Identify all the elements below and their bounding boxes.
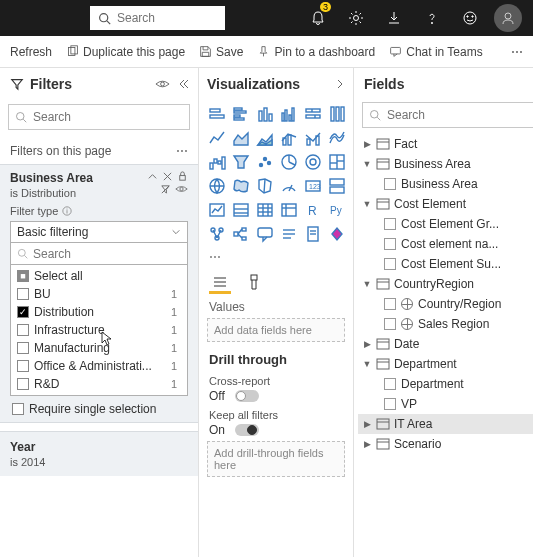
viz-key-influencers[interactable] [207,224,227,244]
viz-donut[interactable] [303,152,323,172]
viz-pie[interactable] [279,152,299,172]
viz-stacked-area[interactable] [255,128,275,148]
field-sales-region[interactable]: Sales Region [358,314,533,334]
filter-values-search[interactable]: Search [10,243,188,265]
feedback-button[interactable] [453,0,487,36]
cross-report-toggle[interactable] [235,390,259,402]
fields-search[interactable] [362,102,533,128]
page-filters-more[interactable]: ⋯ [176,144,188,158]
viz-line-col2[interactable] [303,128,323,148]
filters-search-input[interactable] [33,110,183,124]
table-business-area[interactable]: ▼Business Area [358,154,533,174]
lock-filter-icon[interactable] [177,171,188,182]
field-country-region[interactable]: Country/Region [358,294,533,314]
viz-map[interactable] [207,176,227,196]
viz-multirow-card[interactable] [327,176,347,196]
viz-treemap[interactable] [327,152,347,172]
global-search[interactable] [90,6,225,30]
viz-100stacked-bar[interactable] [303,104,323,124]
filter-card-year[interactable]: Year is 2014 [0,431,198,476]
save-button[interactable]: Save [199,45,243,59]
field-cost-element-na[interactable]: Cost element na... [358,234,533,254]
viz-paginated[interactable] [303,224,323,244]
remove-filter-icon[interactable] [162,171,173,182]
account-button[interactable] [491,0,525,36]
settings-button[interactable] [339,0,373,36]
viz-stacked-bar[interactable] [207,104,227,124]
visibility-icon[interactable] [155,78,170,90]
option-infrastructure[interactable]: Infrastructure1 [11,321,187,339]
viz-narrative[interactable] [279,224,299,244]
field-department[interactable]: Department [358,374,533,394]
duplicate-button[interactable]: Duplicate this page [66,45,185,59]
table-department[interactable]: ▼Department [358,354,533,374]
option-distribution[interactable]: ✓Distribution1 [11,303,187,321]
values-dropzone[interactable]: Add data fields here [207,318,345,342]
viz-ribbon[interactable] [327,128,347,148]
viz-slicer[interactable] [231,200,251,220]
option-rd[interactable]: R&D1 [11,375,187,393]
viz-area[interactable] [231,128,251,148]
hide-filter-icon[interactable] [175,184,188,194]
viz-table[interactable] [255,200,275,220]
field-business-area[interactable]: Business Area [358,174,533,194]
viz-scatter[interactable] [255,152,275,172]
viz-qa[interactable] [255,224,275,244]
viz-waterfall[interactable] [207,152,227,172]
expand-viz-icon[interactable] [335,78,345,90]
info-icon[interactable] [62,206,72,216]
keep-filters-toggle[interactable] [235,424,259,436]
viz-py[interactable]: Py [327,200,347,220]
pin-button[interactable]: Pin to a dashboard [257,45,375,59]
option-select-all[interactable]: ■Select all [11,267,187,285]
option-office[interactable]: Office & Administrati...1 [11,357,187,375]
filters-search[interactable] [8,104,190,130]
viz-card[interactable]: 123 [303,176,323,196]
viz-line[interactable] [207,128,227,148]
global-search-input[interactable] [117,11,207,25]
collapse-fields-icon[interactable] [528,78,533,90]
viz-clustered-col[interactable] [279,104,299,124]
viz-100stacked-col[interactable] [327,104,347,124]
chat-button[interactable]: Chat in Teams [389,45,482,59]
field-cost-element-su[interactable]: Cost Element Su... [358,254,533,274]
table-fact[interactable]: ▶Fact [358,134,533,154]
table-date[interactable]: ▶Date [358,334,533,354]
help-button[interactable] [415,0,449,36]
viz-gauge[interactable] [279,176,299,196]
viz-powerapp[interactable] [327,224,347,244]
refresh-button[interactable]: Refresh [10,45,52,59]
filter-type-dropdown[interactable]: Basic filtering [10,221,188,243]
more-button[interactable]: ⋯ [511,45,523,59]
viz-more[interactable]: ⋯ [199,248,353,266]
fields-tab[interactable] [209,272,231,294]
field-vp[interactable]: VP [358,394,533,414]
viz-line-col[interactable] [279,128,299,148]
clear-filter-icon[interactable] [160,184,171,195]
download-button[interactable] [377,0,411,36]
table-it-area[interactable]: ▶IT Area [358,414,533,434]
collapse-card-icon[interactable] [147,171,158,182]
viz-funnel[interactable] [231,152,251,172]
option-manufacturing[interactable]: Manufacturing1 [11,339,187,357]
field-cost-element-gr[interactable]: Cost Element Gr... [358,214,533,234]
viz-clustered-bar[interactable] [231,104,251,124]
viz-matrix[interactable] [279,200,299,220]
option-bu[interactable]: BU1 [11,285,187,303]
table-cost-element[interactable]: ▼Cost Element [358,194,533,214]
viz-filled-map[interactable] [231,176,251,196]
drillthrough-dropzone[interactable]: Add drill-through fields here [207,441,345,477]
viz-kpi[interactable] [207,200,227,220]
viz-decomp[interactable] [231,224,251,244]
fields-search-input[interactable] [387,108,533,122]
table-scenario[interactable]: ▶Scenario [358,434,533,454]
collapse-icon[interactable] [176,78,188,90]
format-tab[interactable] [243,272,265,294]
table-countryregion[interactable]: ▼CountryRegion [358,274,533,294]
notifications-button[interactable]: 3 [301,0,335,36]
require-single-checkbox[interactable]: Require single selection [10,396,188,420]
viz-r[interactable]: R [303,200,323,220]
svg-rect-35 [306,109,320,112]
viz-shape-map[interactable] [255,176,275,196]
viz-stacked-col[interactable] [255,104,275,124]
